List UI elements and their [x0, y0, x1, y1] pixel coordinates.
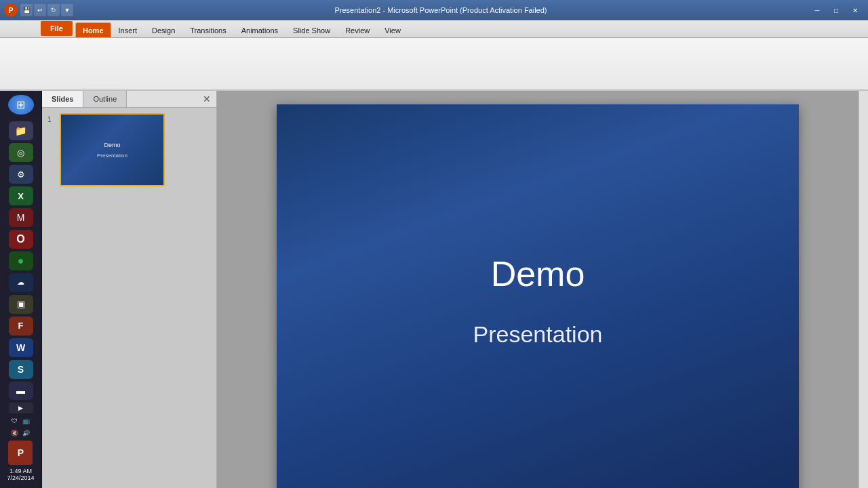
panel-tabs: Slides Outline ✕ — [42, 91, 216, 108]
tab-insert[interactable]: Insert — [111, 22, 145, 37]
taskbar-icon-windows-start[interactable]: ⊞ — [8, 95, 34, 115]
ribbon-body — [0, 38, 868, 91]
chevron-right-icon: ▶ — [18, 405, 23, 411]
taskbar-icon-spotify[interactable]: ● — [9, 251, 33, 270]
panel-close-button[interactable]: ✕ — [200, 93, 214, 105]
slides-tab[interactable]: Slides — [42, 91, 83, 107]
undo-quick-btn[interactable]: ↩ — [34, 4, 46, 16]
shield-icon: 🛡 — [10, 416, 20, 426]
close-button[interactable]: ✕ — [846, 4, 864, 16]
maximize-button[interactable]: □ — [827, 4, 845, 16]
skype-icon: S — [18, 364, 24, 375]
volume-icon: 🔊 — [22, 428, 31, 438]
monitor-icon: ▬ — [16, 386, 25, 396]
slide-title-text[interactable]: Demo — [491, 253, 585, 294]
tab-view[interactable]: View — [377, 22, 408, 37]
taskbar-icon-vmware[interactable]: ▣ — [9, 295, 33, 314]
taskbar-icon-gmail[interactable]: M — [9, 208, 33, 227]
file-tab[interactable]: File — [41, 21, 73, 36]
redo-quick-btn[interactable]: ↻ — [47, 4, 60, 16]
slide-editing-area[interactable]: Demo Presentation — [217, 91, 859, 488]
taskbar-icon-opera[interactable]: O — [9, 230, 33, 249]
window-controls: ─ □ ✕ — [808, 4, 864, 16]
taskbar-icon-monitor[interactable]: ▬ — [9, 382, 33, 401]
taskbar-icon-filezilla[interactable]: F — [9, 317, 33, 336]
slides-panel: Slides Outline ✕ 1 Demo Presentation — [42, 91, 217, 488]
ribbon-tab-bar: File Home Insert Design Transitions Anim… — [0, 20, 868, 38]
customize-quick-btn[interactable]: ▼ — [61, 4, 73, 16]
slides-list: 1 Demo Presentation — [42, 108, 216, 488]
tab-animations[interactable]: Animations — [234, 22, 285, 37]
taskbar-icon-steam[interactable]: ⚙ — [9, 165, 33, 184]
system-clock: 1:49 AM 7/24/2014 — [7, 468, 34, 481]
taskbar-icon-excel[interactable]: X — [9, 186, 33, 205]
speaker-icon: 🔇 — [10, 428, 20, 438]
quick-access-toolbar: 💾 ↩ ↻ ▼ — [20, 4, 73, 16]
thumbnail-title: Demo — [104, 142, 120, 148]
excel-icon: X — [18, 191, 24, 201]
chrome-icon: ◎ — [17, 148, 24, 158]
main-content-wrapper: Slides Outline ✕ 1 Demo Presentation — [42, 91, 868, 488]
title-bar: P 💾 ↩ ↻ ▼ Presentation2 - Microsoft Powe… — [0, 0, 868, 20]
tab-design[interactable]: Design — [144, 22, 182, 37]
thumbnail-subtitle: Presentation — [97, 152, 127, 159]
title-bar-left: P 💾 ↩ ↻ ▼ — [4, 3, 73, 17]
opera-icon: O — [16, 233, 24, 245]
taskbar-icon-word[interactable]: W — [9, 338, 33, 357]
word-icon: W — [16, 342, 25, 353]
taskbar-collapse-btn[interactable]: ▶ — [9, 403, 33, 413]
slide-thumbnail-1[interactable]: Demo Presentation — [60, 113, 165, 186]
taskbar-icon-skype[interactable]: S — [9, 360, 33, 379]
onedrive-icon: ☁ — [17, 278, 24, 287]
tab-transitions[interactable]: Transitions — [182, 22, 233, 37]
slide-area-wrapper: Slides Outline ✕ 1 Demo Presentation — [42, 91, 868, 488]
spotify-icon: ● — [18, 255, 24, 267]
right-scrollbar[interactable] — [859, 91, 868, 488]
taskbar-icon-file-manager[interactable]: 📁 — [9, 121, 33, 140]
window-title: Presentation2 - Microsoft PowerPoint (Pr… — [73, 6, 808, 14]
tab-slideshow[interactable]: Slide Show — [285, 22, 338, 37]
main-area: ⊞ 📁 ◎ ⚙ X M O ● ☁ ▣ F W — [0, 91, 868, 488]
powerpoint-taskbar-icon: P — [18, 447, 24, 458]
slide-number-label: 1 — [47, 116, 56, 123]
windows-logo-icon: ⊞ — [16, 98, 25, 111]
taskbar: ⊞ 📁 ◎ ⚙ X M O ● ☁ ▣ F W — [0, 91, 42, 488]
tab-review[interactable]: Review — [338, 22, 377, 37]
slide-subtitle-text[interactable]: Presentation — [473, 321, 603, 348]
audio-icons: 🔇 🔊 — [10, 428, 31, 438]
vmware-icon: ▣ — [17, 299, 25, 309]
taskbar-system-area: 🛡 📺 🔇 🔊 P 1:49 AM 7/24/2014 — [7, 416, 34, 484]
outline-tab[interactable]: Outline — [83, 91, 127, 107]
taskbar-icon-chrome[interactable]: ◎ — [9, 143, 33, 162]
minimize-button[interactable]: ─ — [808, 4, 826, 16]
steam-icon: ⚙ — [17, 169, 25, 180]
tab-home[interactable]: Home — [75, 22, 111, 37]
gmail-icon: M — [17, 212, 25, 223]
taskbar-icon-onedrive[interactable]: ☁ — [9, 273, 33, 292]
powerpoint-logo: P — [4, 3, 18, 17]
list-item: 1 Demo Presentation — [47, 113, 211, 186]
folder-icon: 📁 — [15, 125, 26, 136]
taskbar-icon-powerpoint-app[interactable]: P — [8, 441, 33, 465]
slide-canvas[interactable]: Demo Presentation — [277, 104, 799, 488]
save-quick-btn[interactable]: 💾 — [20, 4, 33, 16]
monitor-sys-icon: 📺 — [22, 416, 31, 426]
filezilla-icon: F — [18, 321, 24, 331]
system-tray-icons: 🛡 📺 — [10, 416, 31, 426]
